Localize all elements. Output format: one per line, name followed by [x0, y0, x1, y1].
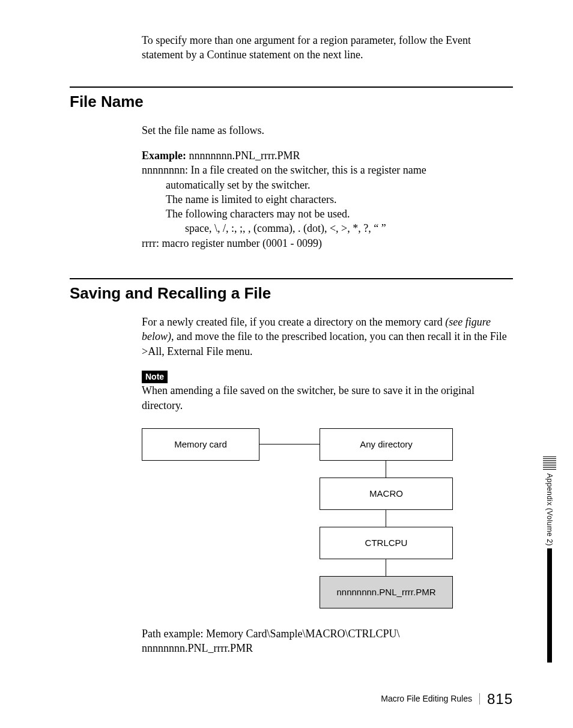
section-rule — [70, 86, 513, 88]
diagram-connector — [259, 444, 320, 444]
note-text: When amending a file saved on the switch… — [142, 383, 513, 413]
side-tab-lines — [543, 457, 556, 470]
filename-desc-chars: space, \, /, :, ;, , (comma), . (dot), <… — [185, 221, 513, 235]
example-label: Example: — [142, 150, 186, 162]
path-example-line1: Path example: Memory Card\Sample\MACRO\C… — [142, 626, 513, 641]
section-title-file-name: File Name — [70, 91, 513, 112]
diagram-box-memory-card: Memory card — [142, 428, 259, 461]
diagram-label-any-directory: Any directory — [360, 438, 413, 450]
diagram-box-ctrlcpu: CTRLCPU — [320, 527, 453, 559]
page-footer: Macro File Editing Rules 815 — [381, 690, 513, 709]
diagram-label-filename: nnnnnnnn.PNL_rrrr.PMR — [336, 586, 435, 598]
side-tab: Appendix (Volume 2) — [541, 457, 559, 663]
example-value: nnnnnnnn.PNL_rrrr.PMR — [186, 150, 300, 162]
filename-desc-line1-cont: automatically set by the switcher. — [166, 178, 513, 192]
saving-paragraph: For a newly created file, if you create … — [142, 315, 513, 359]
footer-title: Macro File Editing Rules — [381, 693, 480, 705]
note-badge: Note — [142, 371, 168, 383]
path-example-line2: nnnnnnnn.PNL_rrrr.PMR — [142, 641, 513, 655]
file-name-lead: Set the file name as follows. — [142, 123, 513, 138]
side-tab-bar — [547, 548, 552, 663]
intro-paragraph: To specify more than one argument for a … — [142, 33, 513, 62]
filename-desc-line3: The following characters may not be used… — [166, 207, 513, 221]
diagram-connector — [386, 510, 386, 527]
footer-page-number: 815 — [480, 690, 513, 709]
file-hierarchy-diagram: Memory card Any directory MACRO CTRLCPU … — [142, 428, 466, 614]
saving-para-a: For a newly created file, if you create … — [142, 316, 445, 328]
diagram-label-memory-card: Memory card — [174, 438, 227, 450]
section-rule — [70, 278, 513, 279]
filename-desc-rrrr: rrrr: macro register number (0001 - 0099… — [142, 236, 513, 250]
filename-desc-line2: The name is limited to eight characters. — [166, 192, 513, 207]
diagram-label-macro: MACRO — [369, 488, 403, 500]
section-title-saving: Saving and Recalling a File — [70, 283, 513, 304]
diagram-box-filename: nnnnnnnn.PNL_rrrr.PMR — [320, 576, 453, 608]
diagram-box-macro: MACRO — [320, 478, 453, 510]
diagram-box-any-directory: Any directory — [320, 428, 453, 461]
filename-desc-line1: nnnnnnnn: In a file created on the switc… — [142, 163, 513, 177]
saving-para-c: , and move the file to the prescribed lo… — [142, 330, 507, 357]
diagram-connector — [386, 461, 386, 478]
diagram-label-ctrlcpu: CTRLCPU — [365, 537, 408, 549]
side-tab-label: Appendix (Volume 2) — [545, 473, 554, 546]
diagram-connector — [386, 559, 386, 576]
